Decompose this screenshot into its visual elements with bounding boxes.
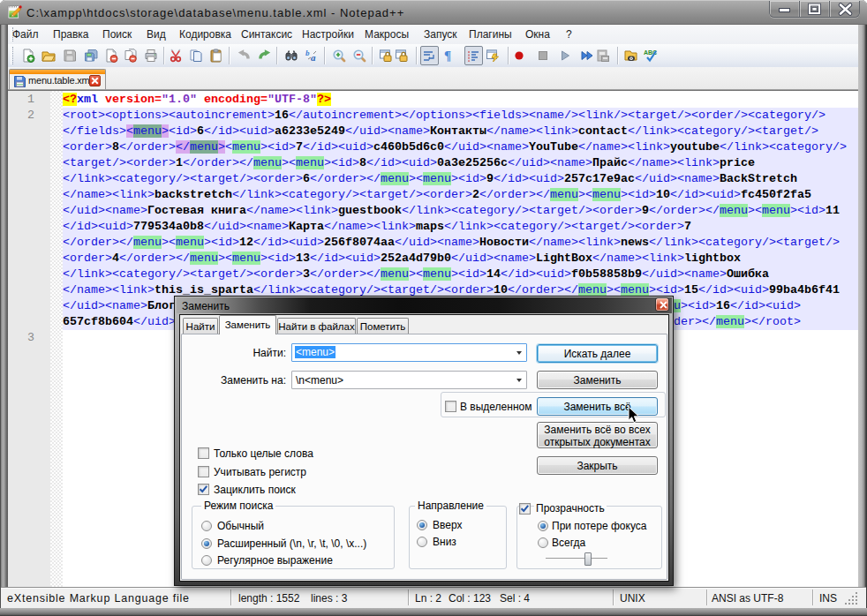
- svg-text:b: b: [305, 49, 310, 57]
- svg-text:¶: ¶: [444, 49, 451, 63]
